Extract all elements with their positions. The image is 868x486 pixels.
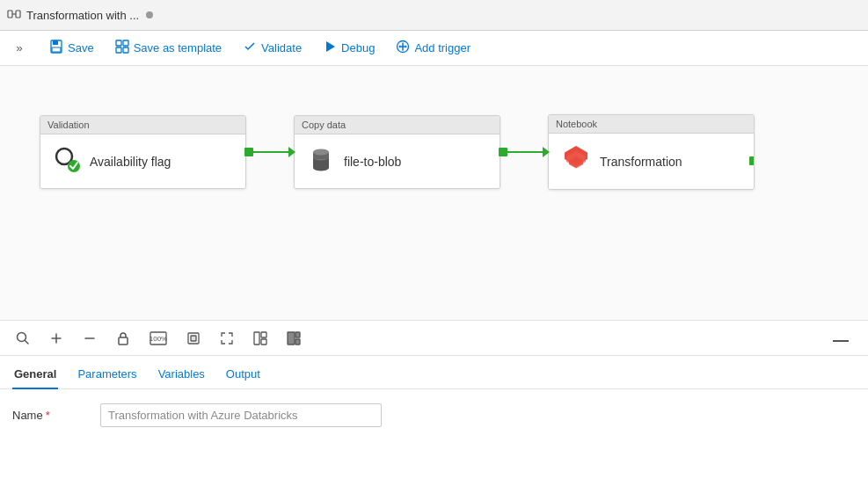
copy-data-icon	[307, 145, 335, 178]
svg-rect-36	[288, 332, 295, 345]
tab-modified-dot	[146, 11, 153, 18]
svg-rect-0	[8, 11, 12, 18]
svg-line-24	[26, 340, 29, 344]
auto-layout-button[interactable]	[250, 330, 271, 347]
validation-node-header: Validation	[40, 116, 245, 134]
search-button[interactable]	[12, 330, 33, 347]
notebook-node-header: Notebook	[549, 115, 754, 134]
validate-label: Validate	[261, 41, 302, 54]
pipeline-canvas[interactable]: Validation Availability flag	[0, 66, 868, 321]
validate-button[interactable]: Validate	[234, 36, 310, 60]
required-indicator: *	[46, 409, 50, 422]
debug-icon	[323, 40, 337, 56]
tab-variables[interactable]: Variables	[157, 360, 207, 389]
properties-content: Name *	[0, 389, 868, 441]
arrow-1	[244, 147, 295, 157]
fit-to-window-button[interactable]	[183, 330, 204, 347]
debug-button[interactable]: Debug	[314, 36, 383, 60]
validation-node[interactable]: Validation Availability flag	[40, 115, 246, 189]
zoom-out-button[interactable]	[79, 330, 100, 347]
tab-output[interactable]: Output	[224, 360, 262, 389]
svg-rect-5	[52, 47, 61, 52]
name-form-row: Name *	[12, 403, 856, 427]
properties-tabs: General Parameters Variables Output	[0, 356, 868, 389]
tab-parameters[interactable]: Parameters	[76, 360, 138, 389]
svg-text:100%: 100%	[150, 335, 167, 343]
minimap-button[interactable]	[283, 330, 304, 347]
save-label: Save	[68, 41, 94, 54]
svg-rect-35	[261, 339, 266, 345]
copy-data-node[interactable]: Copy data file-to-blob	[294, 115, 500, 189]
svg-rect-7	[123, 40, 128, 46]
pipeline-tab-icon	[7, 7, 21, 24]
svg-point-19	[313, 149, 329, 156]
arrow-2	[499, 147, 550, 157]
notebook-node-body: Transformation	[549, 134, 754, 189]
save-as-template-button[interactable]: Save as template	[106, 36, 230, 60]
notebook-transformation-label: Transformation	[600, 155, 682, 169]
svg-rect-8	[116, 47, 121, 53]
zoom-100-button[interactable]: 100%	[146, 330, 171, 347]
save-icon	[49, 40, 63, 56]
properties-panel: General Parameters Variables Output Name…	[0, 356, 868, 486]
add-trigger-label: Add trigger	[414, 41, 470, 54]
svg-rect-9	[123, 47, 128, 53]
svg-rect-38	[295, 339, 300, 345]
debug-label: Debug	[341, 41, 375, 54]
svg-rect-34	[261, 332, 266, 337]
minimize-panel-button[interactable]	[826, 327, 856, 349]
copy-data-label: file-to-blob	[344, 155, 401, 169]
validate-icon	[243, 40, 257, 56]
svg-rect-37	[295, 332, 300, 337]
svg-rect-1	[16, 11, 20, 18]
pipeline-flow: Validation Availability flag	[40, 114, 755, 190]
svg-rect-6	[116, 40, 121, 46]
validation-node-body: Availability flag	[40, 134, 245, 188]
lock-button[interactable]	[113, 330, 134, 347]
add-trigger-icon	[396, 40, 410, 56]
main-toolbar: » Save Save as template Va	[0, 31, 868, 66]
svg-rect-28	[119, 337, 128, 345]
save-button[interactable]: Save	[40, 36, 103, 60]
availability-flag-icon	[53, 145, 81, 178]
tab-general[interactable]: General	[12, 360, 58, 389]
availability-flag-label: Availability flag	[90, 155, 171, 169]
name-input[interactable]	[100, 403, 382, 427]
expand-button[interactable]	[216, 330, 237, 347]
save-template-icon	[115, 40, 129, 56]
svg-rect-32	[191, 336, 196, 341]
notebook-node[interactable]: Notebook Transformation	[548, 114, 755, 190]
svg-marker-10	[326, 41, 335, 52]
tab-bar: Transformation with ...	[0, 0, 868, 31]
svg-rect-4	[53, 40, 58, 45]
collapse-button[interactable]: »	[9, 38, 30, 59]
name-label: Name *	[12, 409, 83, 422]
databricks-icon	[561, 144, 591, 178]
copy-data-node-header: Copy data	[295, 116, 500, 134]
save-as-template-label: Save as template	[134, 41, 222, 54]
canvas-toolbar: 100%	[0, 321, 868, 356]
zoom-in-button[interactable]	[46, 330, 67, 347]
add-trigger-button[interactable]: Add trigger	[387, 36, 479, 60]
tab-title: Transformation with ...	[26, 9, 139, 22]
copy-data-node-body: file-to-blob	[295, 134, 500, 188]
svg-rect-33	[254, 332, 259, 345]
